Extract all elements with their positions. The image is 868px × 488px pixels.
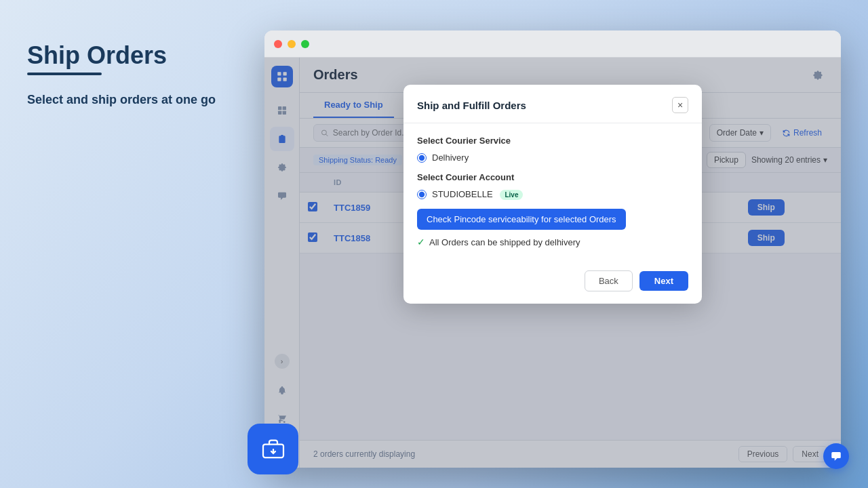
modal-header: Ship and Fulfill Orders × [403,85,702,123]
courier-service-label: Select Courier Service [417,136,688,146]
courier-account-value[interactable]: STUDIOBELLE Live [432,189,523,199]
live-badge: Live [500,190,523,200]
left-subtitle: Select and ship orders at one go [27,92,237,108]
left-panel: Ship Orders Select and ship orders at on… [0,0,264,488]
courier-account-label: Select Courier Account [417,172,688,182]
ship-fulfill-modal: Ship and Fulfill Orders × Select Courier… [403,85,702,304]
chat-bubble[interactable] [823,443,849,469]
modal-footer: Back Next [403,262,702,304]
success-message: ✓ All Orders can be shipped by delhivery [417,237,688,247]
app-window: › [264,30,841,468]
courier-service-option: Delhivery [417,152,688,163]
page-title: Ship Orders [27,41,237,81]
modal-close-button[interactable]: × [672,97,688,113]
checkmark-icon: ✓ [417,237,425,247]
courier-service-radio[interactable] [417,153,427,163]
courier-account-option: STUDIOBELLE Live [417,189,688,199]
ship-orders-icon [261,437,285,462]
back-button[interactable]: Back [585,270,633,291]
modal-body: Select Courier Service Delhivery Select … [403,123,702,262]
minimize-button[interactable] [288,40,296,48]
chat-icon [830,450,842,462]
next-button[interactable]: Next [639,271,688,291]
courier-account-radio[interactable] [417,190,427,199]
maximize-button[interactable] [301,40,309,48]
check-pincode-button[interactable]: Check Pincode serviceability for selecte… [417,209,626,230]
courier-service-value[interactable]: Delhivery [432,152,469,163]
title-underline [27,73,102,75]
bottom-app-icon[interactable] [248,424,298,474]
close-button[interactable] [274,40,282,48]
title-bar [264,30,841,58]
modal-title: Ship and Fulfill Orders [417,100,526,111]
